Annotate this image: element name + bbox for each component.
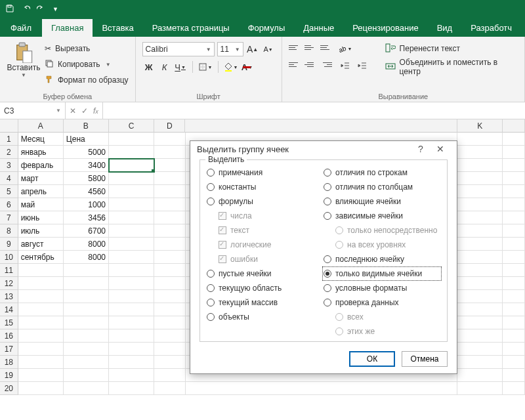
- cell[interactable]: [457, 146, 503, 159]
- cell[interactable]: [154, 329, 185, 343]
- cell[interactable]: [109, 264, 154, 277]
- align-center-button[interactable]: [304, 59, 316, 70]
- cell[interactable]: [18, 343, 64, 356]
- cell[interactable]: [457, 290, 503, 303]
- formula-input[interactable]: [103, 102, 525, 119]
- cell[interactable]: [503, 211, 525, 224]
- increase-indent-button[interactable]: [356, 59, 369, 72]
- cell[interactable]: [154, 303, 185, 316]
- row-header[interactable]: 4: [0, 172, 18, 185]
- align-top-button[interactable]: [289, 42, 301, 52]
- cell[interactable]: [109, 146, 154, 159]
- wrap-text-button[interactable]: Перенести текст: [385, 42, 518, 55]
- column-header[interactable]: [185, 119, 457, 133]
- cell[interactable]: июнь: [18, 211, 64, 224]
- cell[interactable]: 1000: [64, 198, 109, 211]
- row-header[interactable]: 6: [0, 198, 18, 211]
- cell[interactable]: [109, 172, 154, 185]
- cell[interactable]: [64, 343, 109, 356]
- cell[interactable]: [64, 316, 109, 329]
- cell[interactable]: [154, 172, 185, 185]
- cell[interactable]: [457, 343, 503, 356]
- row-header[interactable]: 13: [0, 290, 18, 303]
- cell[interactable]: [64, 303, 109, 316]
- tab-Данные[interactable]: Данные: [294, 18, 343, 37]
- cell[interactable]: [64, 290, 109, 303]
- radio-option[interactable]: текущий массив: [207, 297, 324, 308]
- cell[interactable]: [18, 264, 64, 277]
- row-header[interactable]: 3: [0, 159, 18, 172]
- cell[interactable]: [109, 133, 154, 146]
- cell[interactable]: январь: [18, 146, 64, 159]
- cell[interactable]: [154, 343, 185, 356]
- cell[interactable]: июль: [18, 224, 64, 238]
- cell[interactable]: [503, 356, 525, 369]
- cell[interactable]: [457, 264, 503, 277]
- cell[interactable]: [457, 185, 503, 198]
- cell[interactable]: 5000: [64, 146, 109, 159]
- bold-button[interactable]: Ж: [142, 60, 156, 74]
- cell[interactable]: [109, 303, 154, 316]
- cell[interactable]: [109, 277, 154, 290]
- redo-icon[interactable]: [37, 4, 46, 15]
- cell[interactable]: [109, 369, 154, 382]
- cell[interactable]: [457, 329, 503, 343]
- format-painter-button[interactable]: Формат по образцу: [45, 74, 129, 87]
- cell[interactable]: [18, 356, 64, 369]
- cell[interactable]: [154, 146, 185, 159]
- cell[interactable]: [503, 224, 525, 238]
- cell[interactable]: Месяц: [18, 133, 64, 146]
- radio-option[interactable]: формулы: [207, 196, 324, 207]
- row-header[interactable]: 2: [0, 146, 18, 159]
- cell[interactable]: [109, 316, 154, 329]
- row-header[interactable]: 16: [0, 329, 18, 343]
- cell[interactable]: сентябрь: [18, 251, 64, 264]
- help-button[interactable]: ?: [411, 144, 430, 154]
- cell[interactable]: [109, 382, 154, 395]
- cell[interactable]: [154, 238, 185, 251]
- cell[interactable]: [457, 356, 503, 369]
- cell[interactable]: [457, 277, 503, 290]
- cell[interactable]: март: [18, 172, 64, 185]
- cell[interactable]: [154, 185, 185, 198]
- cell[interactable]: [154, 133, 185, 146]
- cell[interactable]: [503, 316, 525, 329]
- cell[interactable]: [503, 277, 525, 290]
- align-middle-button[interactable]: [304, 42, 316, 52]
- cell[interactable]: [503, 238, 525, 251]
- cell[interactable]: [503, 382, 525, 395]
- tab-Вид[interactable]: Вид: [428, 18, 462, 37]
- radio-option[interactable]: проверка данных: [324, 297, 440, 308]
- radio-option[interactable]: объекты: [207, 311, 324, 323]
- radio-option[interactable]: условные форматы: [324, 282, 440, 294]
- column-header[interactable]: D: [154, 119, 185, 133]
- cell[interactable]: [457, 224, 503, 238]
- row-header[interactable]: 20: [0, 382, 18, 395]
- cell[interactable]: [18, 290, 64, 303]
- cell[interactable]: [18, 316, 64, 329]
- row-header[interactable]: 10: [0, 251, 18, 264]
- cell[interactable]: [457, 316, 503, 329]
- underline-button[interactable]: Ч▼: [174, 60, 187, 74]
- cell[interactable]: [503, 329, 525, 343]
- cancel-icon[interactable]: ✕: [70, 106, 76, 116]
- cell[interactable]: [109, 211, 154, 224]
- cancel-button[interactable]: Отмена: [402, 351, 448, 367]
- cell[interactable]: [18, 369, 64, 382]
- font-color-button[interactable]: A▼: [240, 60, 253, 74]
- cell[interactable]: [457, 382, 503, 395]
- radio-option[interactable]: отличия по строкам: [324, 167, 440, 178]
- radio-option[interactable]: влияющие ячейки: [324, 196, 440, 207]
- select-all-corner[interactable]: [0, 119, 18, 133]
- row-header[interactable]: 17: [0, 343, 18, 356]
- cell[interactable]: [503, 133, 525, 146]
- column-header[interactable]: [503, 119, 525, 133]
- cell[interactable]: [64, 264, 109, 277]
- cell[interactable]: [154, 382, 185, 395]
- row-header[interactable]: 7: [0, 211, 18, 224]
- cell[interactable]: [503, 303, 525, 316]
- cell[interactable]: [64, 382, 109, 395]
- increase-font-icon[interactable]: A▲: [246, 43, 259, 56]
- fx-icon[interactable]: fx: [93, 106, 98, 116]
- cell[interactable]: май: [18, 198, 64, 211]
